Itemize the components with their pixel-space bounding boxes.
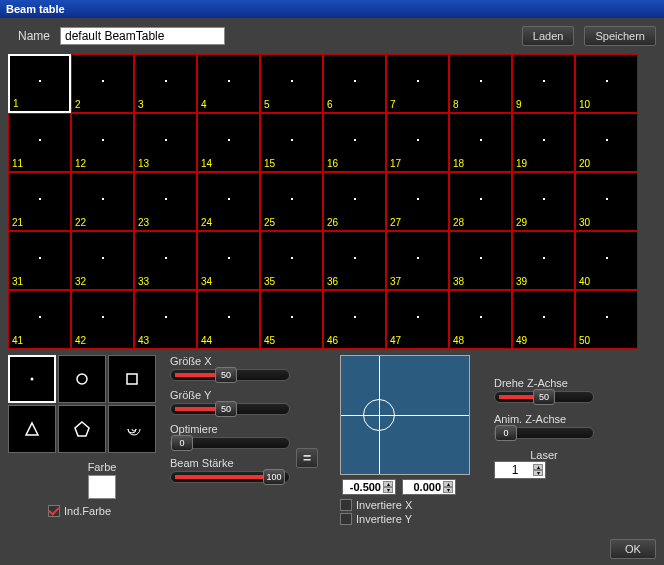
equal-xy-button[interactable]: = — [296, 448, 318, 468]
svg-marker-3 — [26, 423, 38, 435]
beam-cell[interactable]: 40 — [575, 231, 638, 290]
invert-x-checkbox[interactable] — [340, 499, 352, 511]
invert-y-checkbox[interactable] — [340, 513, 352, 525]
beam-strength-slider[interactable]: 100 — [170, 471, 290, 483]
cell-number: 16 — [327, 158, 338, 169]
dot-icon — [417, 80, 419, 82]
square-shape[interactable] — [108, 355, 156, 403]
beam-cell[interactable]: 20 — [575, 113, 638, 172]
ind-color-checkbox[interactable] — [48, 505, 60, 517]
y-down-icon[interactable]: ▾ — [443, 487, 453, 493]
cell-number: 31 — [12, 276, 23, 287]
title-bar: Beam table — [0, 0, 664, 18]
color-swatch[interactable] — [88, 475, 116, 499]
beam-cell[interactable]: 11 — [8, 113, 71, 172]
name-input[interactable] — [60, 27, 225, 45]
beam-cell[interactable]: 30 — [575, 172, 638, 231]
size-x-thumb[interactable]: 50 — [215, 367, 237, 383]
x-down-icon[interactable]: ▾ — [383, 487, 393, 493]
beam-cell[interactable]: 15 — [260, 113, 323, 172]
beam-cell[interactable]: 13 — [134, 113, 197, 172]
right-column: Drehe Z-Achse 50 Anim. Z-Achse 0 Laser 1 — [494, 355, 594, 525]
beam-cell[interactable]: 24 — [197, 172, 260, 231]
beam-cell[interactable]: 23 — [134, 172, 197, 231]
laser-spinner[interactable]: 1 ▴ ▾ — [494, 461, 546, 479]
beam-cell[interactable]: 10 — [575, 54, 638, 113]
beam-cell[interactable]: 36 — [323, 231, 386, 290]
y-coord-spinner[interactable]: 0.000 ▴ ▾ — [402, 479, 456, 495]
beam-cell[interactable]: 48 — [449, 290, 512, 349]
beam-cell[interactable]: 25 — [260, 172, 323, 231]
invert-y-label: Invertiere Y — [356, 513, 412, 525]
beam-cell[interactable]: 46 — [323, 290, 386, 349]
beam-cell[interactable]: 21 — [8, 172, 71, 231]
optimize-slider[interactable]: 0 — [170, 437, 290, 449]
size-y-slider[interactable]: 50 — [170, 403, 290, 415]
beam-cell[interactable]: 49 — [512, 290, 575, 349]
beam-cell[interactable]: 9 — [512, 54, 575, 113]
anim-z-thumb[interactable]: 0 — [495, 425, 517, 441]
beam-cell[interactable]: 44 — [197, 290, 260, 349]
beam-cell[interactable]: 6 — [323, 54, 386, 113]
beam-cell[interactable]: 41 — [8, 290, 71, 349]
beam-cell[interactable]: 17 — [386, 113, 449, 172]
beam-cell[interactable]: 5 — [260, 54, 323, 113]
dot-icon — [606, 139, 608, 141]
cell-number: 33 — [138, 276, 149, 287]
dot-icon — [291, 316, 293, 318]
beam-cell[interactable]: 4 — [197, 54, 260, 113]
beam-cell[interactable]: 19 — [512, 113, 575, 172]
beam-cell[interactable]: 42 — [71, 290, 134, 349]
beam-cell[interactable]: 35 — [260, 231, 323, 290]
beam-cell[interactable]: 47 — [386, 290, 449, 349]
dot-icon — [102, 198, 104, 200]
beam-cell[interactable]: 31 — [8, 231, 71, 290]
pentagon-shape[interactable] — [58, 405, 106, 453]
beam-cell[interactable]: 43 — [134, 290, 197, 349]
cell-number: 26 — [327, 217, 338, 228]
triangle-shape[interactable] — [8, 405, 56, 453]
beam-cell[interactable]: 8 — [449, 54, 512, 113]
xy-preview[interactable] — [340, 355, 470, 475]
beam-cell[interactable]: 22 — [71, 172, 134, 231]
beam-cell[interactable]: 37 — [386, 231, 449, 290]
beam-cell[interactable]: 33 — [134, 231, 197, 290]
rotate-z-slider[interactable]: 50 — [494, 391, 594, 403]
beam-cell[interactable]: 3 — [134, 54, 197, 113]
spiral-shape[interactable] — [108, 405, 156, 453]
beam-cell[interactable]: 14 — [197, 113, 260, 172]
beam-cell[interactable]: 50 — [575, 290, 638, 349]
beam-cell[interactable]: 7 — [386, 54, 449, 113]
beam-cell[interactable]: 45 — [260, 290, 323, 349]
beam-cell[interactable]: 34 — [197, 231, 260, 290]
beam-cell[interactable]: 1 — [8, 54, 71, 113]
beam-cell[interactable]: 2 — [71, 54, 134, 113]
beam-cell[interactable]: 16 — [323, 113, 386, 172]
circle-shape[interactable] — [58, 355, 106, 403]
save-button[interactable]: Speichern — [584, 26, 656, 46]
anim-z-slider[interactable]: 0 — [494, 427, 594, 439]
cell-number: 20 — [579, 158, 590, 169]
beam-cell[interactable]: 38 — [449, 231, 512, 290]
laser-down-icon[interactable]: ▾ — [533, 470, 543, 476]
size-y-thumb[interactable]: 50 — [215, 401, 237, 417]
load-button[interactable]: Laden — [522, 26, 575, 46]
cell-number: 7 — [390, 99, 396, 110]
beam-cell[interactable]: 12 — [71, 113, 134, 172]
size-x-slider[interactable]: 50 — [170, 369, 290, 381]
beam-cell[interactable]: 39 — [512, 231, 575, 290]
optimize-thumb[interactable]: 0 — [171, 435, 193, 451]
beam-cell[interactable]: 18 — [449, 113, 512, 172]
dot-shape[interactable] — [8, 355, 56, 403]
beam-cell[interactable]: 28 — [449, 172, 512, 231]
beam-cell[interactable]: 29 — [512, 172, 575, 231]
laser-label: Laser — [494, 449, 594, 461]
rotate-z-thumb[interactable]: 50 — [533, 389, 555, 405]
ok-button[interactable]: OK — [610, 539, 656, 559]
beam-cell[interactable]: 27 — [386, 172, 449, 231]
beam-cell[interactable]: 26 — [323, 172, 386, 231]
beam-cell[interactable]: 32 — [71, 231, 134, 290]
beam-strength-thumb[interactable]: 100 — [263, 469, 285, 485]
cell-number: 3 — [138, 99, 144, 110]
x-coord-spinner[interactable]: -0.500 ▴ ▾ — [342, 479, 396, 495]
